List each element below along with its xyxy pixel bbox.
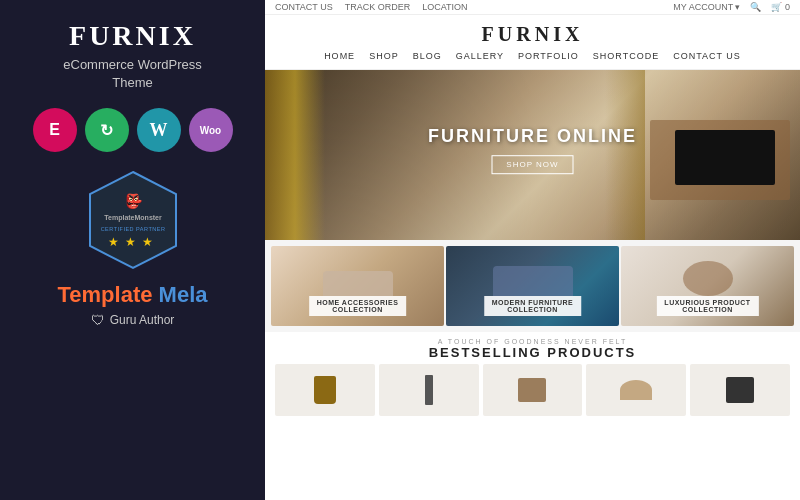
template-text: Template [58, 282, 153, 307]
svg-text:★: ★ [142, 235, 153, 249]
brand-logo: FURNIX [69, 20, 196, 52]
lamp-shape [425, 375, 433, 405]
svg-text:★: ★ [108, 235, 119, 249]
bestselling-header: A TOUCH OF GOODNESS NEVER FELT BESTSELLI… [275, 338, 790, 360]
category-label-accessories: HOME ACCESSORIESCOLLECTION [309, 296, 407, 316]
product-card-bag[interactable] [275, 364, 375, 416]
product-image-bag [275, 364, 375, 416]
svg-text:TemplateMonster: TemplateMonster [104, 214, 162, 222]
my-account-link[interactable]: MY ACCOUNT ▾ [673, 2, 740, 12]
brand-subtitle: eCommerce WordPressTheme [63, 56, 201, 92]
category-label-luxurious: LUXURIOUS PRODUCTCOLLECTION [656, 296, 758, 316]
topbar-right: MY ACCOUNT ▾ 🔍 🛒 0 [673, 2, 790, 12]
left-panel: FURNIX eCommerce WordPressTheme E ↻ W Wo… [0, 0, 265, 500]
product-image-black-chair [690, 364, 790, 416]
woocommerce-icon: Woo [189, 108, 233, 152]
bestselling-section: A TOUCH OF GOODNESS NEVER FELT BESTSELLI… [265, 332, 800, 420]
category-card-furniture[interactable]: MODERN FURNITURECOLLECTION [446, 246, 619, 326]
products-row [275, 364, 790, 416]
right-panel: CONTACT US TRACK ORDER LOCATION MY ACCOU… [265, 0, 800, 500]
accessories-image-shape [323, 271, 393, 296]
svg-text:👺: 👺 [124, 193, 142, 210]
elementor-icon: E [33, 108, 77, 152]
site-logo: FURNIX [482, 23, 584, 46]
nav-portfolio[interactable]: PORTFOLIO [518, 51, 579, 61]
hero-section: FURNITURE ONLINE SHOP NOW [265, 70, 800, 240]
site-header: FURNIX HOME SHOP BLOG GALLERY PORTFOLIO … [265, 15, 800, 70]
cart-icon[interactable]: 🛒 0 [771, 2, 790, 12]
template-monster-badge: 👺 TemplateMonster CERTIFIED PARTNER ★ ★ … [88, 170, 178, 274]
badge-hexagon: 👺 TemplateMonster CERTIFIED PARTNER ★ ★ … [88, 170, 178, 270]
bag-shape [314, 376, 336, 404]
search-icon[interactable]: 🔍 [750, 2, 761, 12]
chair-shape [518, 378, 546, 402]
category-card-accessories[interactable]: HOME ACCESSORIESCOLLECTION [271, 246, 444, 326]
nav-gallery[interactable]: GALLERY [456, 51, 504, 61]
product-card-lamp[interactable] [379, 364, 479, 416]
svg-text:CERTIFIED PARTNER: CERTIFIED PARTNER [100, 226, 165, 232]
nav-blog[interactable]: BLOG [413, 51, 442, 61]
guru-author-row: 🛡 Guru Author [91, 312, 175, 328]
bestselling-title: BESTSELLING PRODUCTS [275, 345, 790, 360]
product-card-stool[interactable] [586, 364, 686, 416]
product-card-black-chair[interactable] [690, 364, 790, 416]
track-order-link[interactable]: TRACK ORDER [345, 2, 411, 12]
category-card-luxurious[interactable]: LUXURIOUS PRODUCTCOLLECTION [621, 246, 794, 326]
site-nav: HOME SHOP BLOG GALLERY PORTFOLIO SHORTCO… [324, 51, 741, 61]
bestselling-subtitle: A TOUCH OF GOODNESS NEVER FELT [275, 338, 790, 345]
nav-shop[interactable]: SHOP [369, 51, 399, 61]
product-card-chair[interactable] [483, 364, 583, 416]
black-chair-shape [726, 377, 754, 403]
svg-text:★: ★ [125, 235, 136, 249]
product-image-chair [483, 364, 583, 416]
stool-shape [620, 380, 652, 400]
guru-shield-icon: 🛡 [91, 312, 105, 328]
hero-title: FURNITURE ONLINE [428, 126, 637, 147]
topbar-left: CONTACT US TRACK ORDER LOCATION [275, 2, 468, 12]
category-grid: HOME ACCESSORIESCOLLECTION MODERN FURNIT… [265, 240, 800, 332]
customizer-icon: ↻ [85, 108, 129, 152]
nav-contact-us[interactable]: CONTACT US [673, 51, 741, 61]
contact-us-link[interactable]: CONTACT US [275, 2, 333, 12]
top-bar: CONTACT US TRACK ORDER LOCATION MY ACCOU… [265, 0, 800, 15]
wordpress-icon: W [137, 108, 181, 152]
furniture-image-shape [493, 266, 573, 296]
template-mela-brand: Template Mela [58, 282, 208, 308]
location-link[interactable]: LOCATION [422, 2, 467, 12]
product-image-lamp [379, 364, 479, 416]
hero-tv-shape [675, 130, 775, 185]
nav-shortcode[interactable]: SHORTCODE [593, 51, 659, 61]
nav-home[interactable]: HOME [324, 51, 355, 61]
plugin-icons-row: E ↻ W Woo [33, 108, 233, 152]
hero-curtain-left [265, 70, 325, 240]
mela-text: Mela [159, 282, 208, 307]
product-image-stool [586, 364, 686, 416]
shop-now-button[interactable]: SHOP NOW [491, 155, 573, 174]
guru-label: Guru Author [110, 313, 175, 327]
hero-text-block: FURNITURE ONLINE SHOP NOW [428, 126, 637, 174]
category-label-furniture: MODERN FURNITURECOLLECTION [484, 296, 582, 316]
